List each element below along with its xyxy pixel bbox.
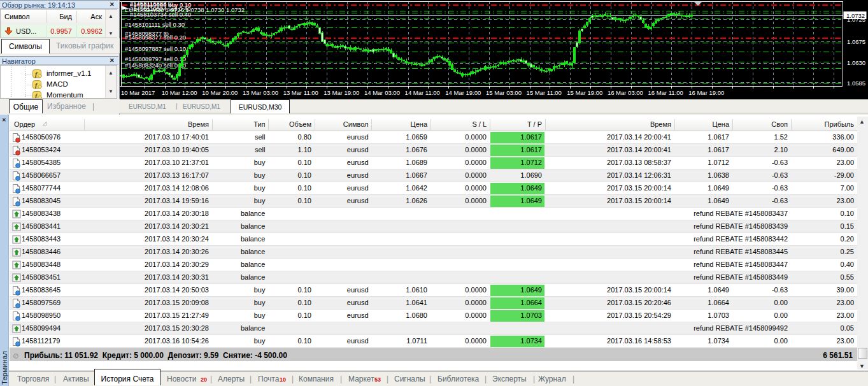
svg-text:10 Mar 12:00: 10 Mar 12:00	[162, 89, 197, 96]
svg-text:1.0732: 1.0732	[846, 12, 865, 19]
svg-text:#1458101111 sell 0.30: #1458101111 sell 0.30	[125, 21, 185, 28]
svg-text:16 Mar 11:00: 16 Mar 11:00	[648, 89, 683, 96]
svg-text:13 Mar 03:00: 13 Mar 03:00	[243, 89, 278, 96]
svg-text:14 Mar 03:00: 14 Mar 03:00	[364, 89, 400, 96]
svg-text:#1458089797 sell 0.10: #1458089797 sell 0.10	[125, 55, 186, 62]
svg-text:13 Mar 19:00: 13 Mar 19:00	[324, 89, 359, 96]
svg-text:1.0630: 1.0630	[847, 59, 865, 66]
svg-text:16 Mar 03:00: 16 Mar 03:00	[608, 89, 643, 96]
svg-text:10 Mar 2017: 10 Mar 2017	[121, 89, 155, 96]
svg-text:1.0675: 1.0675	[847, 38, 865, 45]
svg-text:#1458098377 sell 0.20: #1458098377 sell 0.20	[125, 34, 186, 41]
svg-text:16 Mar 19:00: 16 Mar 19:00	[688, 89, 724, 96]
svg-text:15 Mar 03:00: 15 Mar 03:00	[486, 89, 522, 96]
svg-text:13 Mar 11:00: 13 Mar 11:00	[283, 89, 318, 96]
svg-text:10 Mar 20:00: 10 Mar 20:00	[202, 89, 238, 96]
svg-text:14 Mar 11:00: 14 Mar 11:00	[405, 89, 440, 96]
svg-text:14 Mar 19:00: 14 Mar 19:00	[445, 89, 481, 96]
svg-text:15 Mar 11:00: 15 Mar 11:00	[527, 89, 562, 96]
svg-text:#1458083240 sell 0.10: #1458083240 sell 0.10	[125, 62, 186, 69]
svg-text:#1458103734 sell 0.40: #1458103734 sell 0.40	[130, 11, 191, 18]
svg-text:15 Mar 19:00: 15 Mar 19:00	[567, 89, 602, 96]
svg-text:1.0585: 1.0585	[847, 80, 865, 87]
svg-text:#1458097887 sell 0.10: #1458097887 sell 0.10	[125, 45, 186, 52]
